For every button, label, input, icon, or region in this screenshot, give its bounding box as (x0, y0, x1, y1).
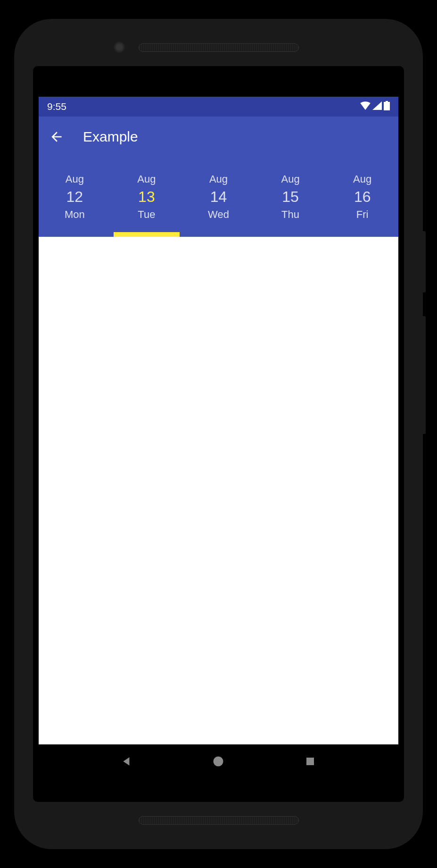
phone-speaker-bottom (139, 816, 299, 825)
date-tab[interactable]: Aug12Mon (39, 157, 111, 237)
phone-frame: 9:55 Example (14, 19, 423, 849)
svg-point-0 (214, 757, 223, 767)
date-tab-month: Aug (281, 173, 300, 185)
wifi-icon (360, 101, 371, 112)
date-tabs: Aug12MonAug13TueAug14WedAug15ThuAug16Fri (39, 157, 398, 237)
nav-recent-button[interactable] (296, 747, 324, 776)
date-tab-month: Aug (137, 173, 156, 185)
phone-side-button (423, 231, 426, 292)
nav-back-button[interactable] (113, 747, 141, 776)
back-button[interactable] (49, 129, 64, 144)
date-tab[interactable]: Aug15Thu (255, 157, 327, 237)
date-tab[interactable]: Aug13Tue (111, 157, 183, 237)
date-tab-day: 15 (282, 188, 299, 206)
screen: 9:55 Example (39, 97, 398, 778)
front-camera (113, 41, 125, 53)
date-tab[interactable]: Aug14Wed (182, 157, 255, 237)
app-bar: Example (39, 117, 398, 157)
svg-rect-1 (306, 758, 314, 765)
date-tab-day: 14 (210, 188, 227, 206)
date-tab-month: Aug (209, 173, 228, 185)
cell-signal-icon (372, 101, 382, 112)
date-tab-weekday: Fri (356, 209, 369, 221)
phone-inner: 9:55 Example (33, 66, 404, 802)
battery-icon (384, 101, 390, 113)
content-area[interactable] (39, 237, 398, 744)
app-title: Example (83, 129, 138, 145)
date-tab-month: Aug (66, 173, 84, 185)
date-tab-weekday: Wed (208, 209, 229, 221)
date-tab-weekday: Thu (281, 209, 299, 221)
date-tab-day: 13 (138, 188, 155, 206)
date-tab-day: 16 (354, 188, 371, 206)
nav-home-button[interactable] (204, 747, 232, 776)
android-nav-bar (39, 744, 398, 778)
date-tab-month: Aug (353, 173, 371, 185)
phone-side-button (423, 316, 426, 434)
phone-speaker-top (139, 43, 299, 52)
date-tab-weekday: Tue (138, 209, 155, 221)
date-tab[interactable]: Aug16Fri (326, 157, 398, 237)
date-tab-day: 12 (66, 188, 83, 206)
status-time: 9:55 (47, 101, 66, 112)
status-icons (360, 101, 390, 113)
date-tab-weekday: Mon (65, 209, 85, 221)
status-bar: 9:55 (39, 97, 398, 117)
